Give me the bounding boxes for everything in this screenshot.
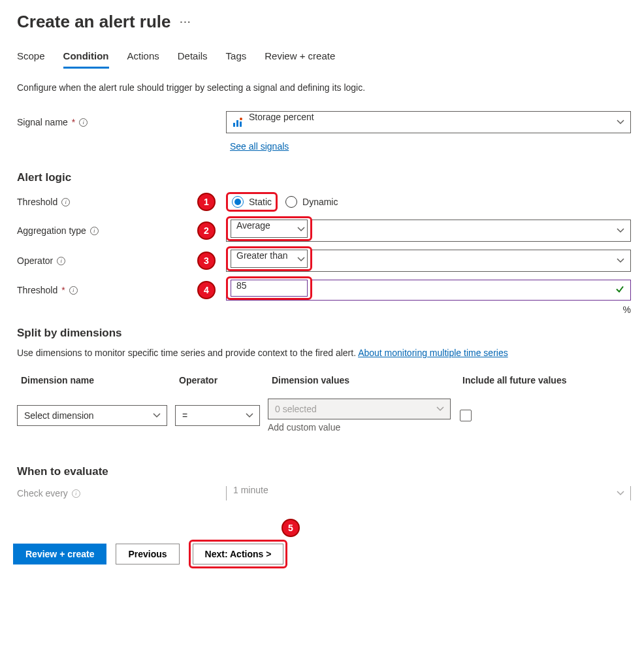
- info-icon[interactable]: i: [79, 118, 88, 127]
- svg-rect-2: [240, 122, 242, 127]
- threshold-value-label: Threshold: [17, 285, 57, 295]
- dimension-name-select[interactable]: Select dimension: [17, 405, 167, 426]
- about-multiple-series-link[interactable]: About monitoring multiple time series: [358, 348, 508, 358]
- aggregation-label: Aggregation type: [17, 225, 86, 236]
- callout-badge-2: 2: [197, 221, 216, 240]
- footer-bar: Review + create Previous Next: Actions >…: [13, 540, 631, 568]
- signal-name-select[interactable]: Storage percent: [226, 111, 631, 133]
- operator-label: Operator: [17, 255, 53, 266]
- next-actions-button[interactable]: Next: Actions >: [193, 544, 284, 564]
- alert-logic-heading: Alert logic: [17, 171, 631, 184]
- tab-tags[interactable]: Tags: [226, 45, 247, 69]
- callout-highlight-1: Static: [226, 192, 278, 212]
- tab-details[interactable]: Details: [178, 45, 208, 69]
- page-title: Create an alert rule ···: [17, 12, 631, 32]
- check-every-label: Check every: [17, 488, 68, 499]
- check-every-select[interactable]: 1 minute: [226, 486, 631, 500]
- tab-condition[interactable]: Condition: [63, 45, 109, 69]
- callout-highlight-5: Next: Actions >: [189, 540, 288, 568]
- dimension-values-select[interactable]: 0 selected: [268, 399, 451, 419]
- info-icon[interactable]: i: [57, 257, 65, 265]
- svg-rect-1: [236, 120, 238, 127]
- check-icon: [615, 285, 624, 296]
- aggregation-select[interactable]: Average: [226, 220, 631, 242]
- dim-header-name: Dimension name: [17, 370, 167, 391]
- tab-bar: Scope Condition Actions Details Tags Rev…: [13, 45, 631, 69]
- dimensions-heading: Split by dimensions: [17, 327, 631, 340]
- threshold-type-label: Threshold: [17, 197, 57, 207]
- callout-badge-1: 1: [197, 193, 216, 211]
- tab-review-create[interactable]: Review + create: [265, 45, 335, 69]
- info-icon[interactable]: i: [69, 286, 78, 295]
- review-create-button[interactable]: Review + create: [13, 544, 106, 564]
- dimension-operator-select[interactable]: =: [175, 405, 260, 426]
- info-icon[interactable]: i: [72, 489, 80, 498]
- previous-button[interactable]: Previous: [116, 544, 179, 564]
- required-indicator: *: [61, 285, 65, 295]
- intro-text: Configure when the alert rule should tri…: [17, 82, 631, 93]
- svg-point-3: [240, 118, 242, 120]
- add-custom-value-link[interactable]: Add custom value: [268, 422, 451, 433]
- callout-badge-5: 5: [282, 519, 300, 537]
- callout-badge-3: 3: [197, 252, 216, 270]
- see-all-signals-link[interactable]: See all signals: [230, 141, 289, 152]
- tab-scope[interactable]: Scope: [17, 45, 45, 69]
- threshold-static-radio[interactable]: Static: [232, 196, 272, 208]
- svg-rect-0: [233, 123, 235, 127]
- signal-name-label: Signal name: [17, 117, 68, 127]
- evaluate-heading: When to evaluate: [17, 465, 631, 478]
- metric-icon: [233, 117, 243, 127]
- dim-header-include: Include all future values: [459, 370, 631, 391]
- required-indicator: *: [72, 117, 75, 127]
- info-icon[interactable]: i: [61, 198, 70, 206]
- callout-badge-4: 4: [197, 281, 216, 299]
- more-actions-icon[interactable]: ···: [180, 17, 192, 27]
- threshold-value-input[interactable]: [226, 280, 631, 301]
- include-future-checkbox[interactable]: [460, 410, 472, 421]
- tab-actions[interactable]: Actions: [127, 45, 159, 69]
- operator-select[interactable]: Greater than: [226, 250, 631, 272]
- dim-header-values: Dimension values: [268, 370, 451, 391]
- info-icon[interactable]: i: [90, 227, 99, 235]
- dimensions-description: Use dimensions to monitor specific time …: [17, 348, 631, 358]
- threshold-dynamic-radio[interactable]: Dynamic: [285, 196, 338, 208]
- threshold-unit: %: [623, 304, 631, 315]
- dim-header-operator: Operator: [175, 370, 260, 391]
